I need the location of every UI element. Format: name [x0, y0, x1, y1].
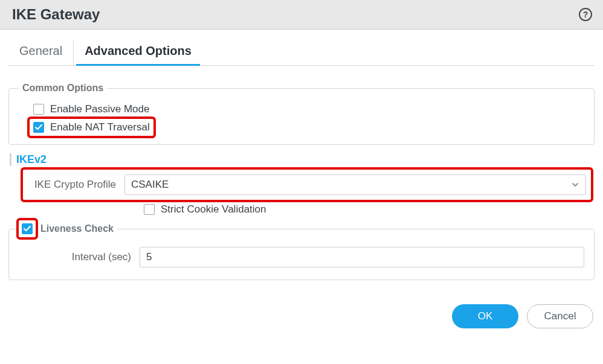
content-area: Common Options Enable Passive Mode Enabl…	[0, 66, 603, 280]
strict-cookie-checkbox[interactable]	[144, 204, 155, 215]
common-options-group: Common Options Enable Passive Mode Enabl…	[8, 83, 595, 145]
liveness-check-checkbox[interactable]	[22, 223, 33, 234]
crypto-profile-value: CSAIKE	[131, 179, 169, 191]
passive-mode-label: Enable Passive Mode	[50, 103, 149, 115]
liveness-check-highlight	[19, 220, 36, 237]
tab-bar: General Advanced Options	[8, 40, 595, 66]
crypto-profile-label: IKE Crypto Profile	[28, 179, 118, 191]
crypto-profile-select[interactable]: CSAIKE	[124, 174, 586, 195]
ikev2-section-title: IKEv2	[10, 153, 595, 166]
interval-input[interactable]	[140, 247, 584, 267]
help-icon[interactable]: ?	[579, 8, 592, 21]
titlebar: IKE Gateway ?	[0, 0, 603, 30]
nat-traversal-checkbox[interactable]	[33, 122, 44, 133]
page-title: IKE Gateway	[12, 6, 100, 23]
tab-general[interactable]: General	[8, 40, 73, 65]
ok-button[interactable]: OK	[452, 304, 518, 328]
interval-label: Interval (sec)	[19, 251, 134, 263]
tab-advanced-options[interactable]: Advanced Options	[73, 40, 202, 65]
nat-traversal-highlight: Enable NAT Traversal	[30, 119, 153, 136]
nat-traversal-label: Enable NAT Traversal	[50, 121, 150, 133]
cancel-button[interactable]: Cancel	[527, 304, 593, 328]
dialog-footer: OK Cancel	[0, 286, 603, 334]
common-options-legend: Common Options	[19, 83, 107, 94]
liveness-check-legend: Liveness Check	[40, 223, 114, 234]
chevron-down-icon	[571, 180, 579, 189]
strict-cookie-label: Strict Cookie Validation	[161, 203, 266, 216]
crypto-profile-highlight: IKE Crypto Profile CSAIKE	[23, 170, 591, 200]
passive-mode-checkbox[interactable]	[33, 104, 44, 115]
liveness-check-group: Liveness Check Interval (sec)	[8, 220, 595, 280]
